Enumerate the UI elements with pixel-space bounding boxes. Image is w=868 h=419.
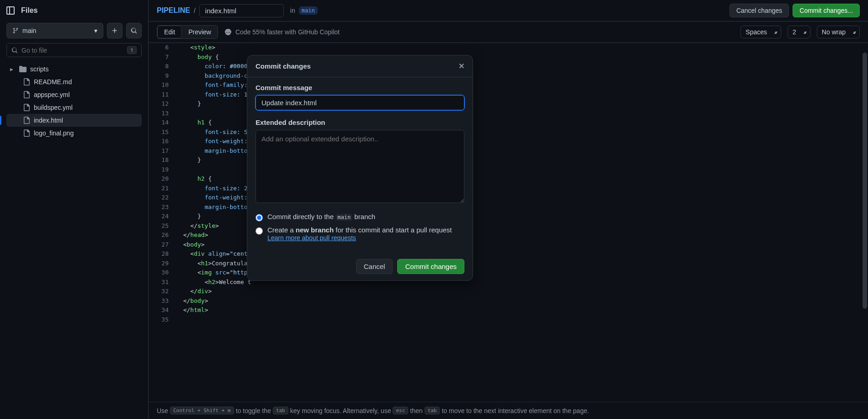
learn-more-link[interactable]: Learn more about pull requests xyxy=(267,234,356,242)
close-icon[interactable]: ✕ xyxy=(458,62,464,70)
modal-title: Commit changes xyxy=(256,62,311,70)
modal-cancel-button[interactable]: Cancel xyxy=(356,259,393,274)
commit-modal: Commit changes ✕ Commit message Extended… xyxy=(247,55,473,281)
extended-desc-input[interactable] xyxy=(256,130,464,203)
modal-commit-button[interactable]: Commit changes xyxy=(397,259,464,274)
commit-message-input[interactable] xyxy=(256,95,464,110)
extended-desc-label: Extended description xyxy=(256,118,464,126)
radio-new-branch[interactable] xyxy=(256,227,263,235)
radio-commit-direct[interactable] xyxy=(256,214,263,221)
radio-new-branch-label: Create a new branch for this commit and … xyxy=(267,226,464,242)
modal-backdrop: Commit changes ✕ Commit message Extended… xyxy=(0,0,868,419)
commit-message-label: Commit message xyxy=(256,84,464,91)
radio-commit-direct-label: Commit directly to the main branch xyxy=(267,213,464,220)
